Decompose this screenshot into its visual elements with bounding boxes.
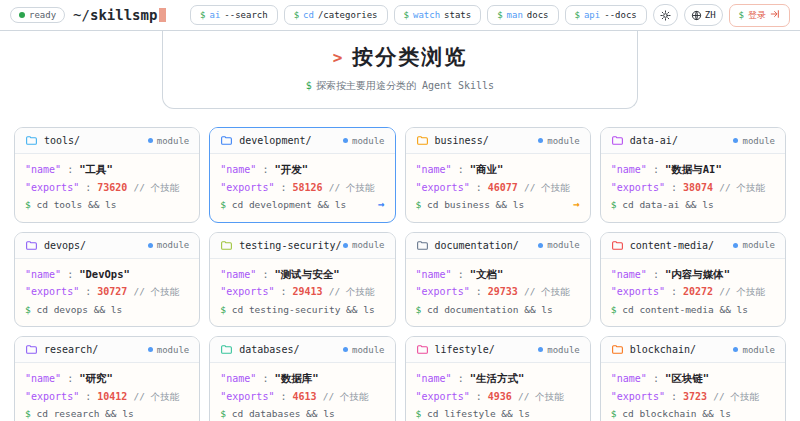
exports-comment: // 个技能 bbox=[329, 286, 375, 297]
exports-count: 58126 bbox=[293, 182, 323, 193]
category-dir-label: data-ai/ bbox=[630, 135, 678, 146]
exports-comment: // 个技能 bbox=[719, 182, 765, 193]
module-badge: module bbox=[343, 136, 385, 146]
exports-comment: // 个技能 bbox=[524, 182, 570, 193]
blue-dot-icon bbox=[733, 138, 738, 143]
name-key: "name" bbox=[220, 373, 256, 384]
category-card-testing-security[interactable]: testing-security/ module "name" : "测试与安全… bbox=[209, 232, 395, 328]
module-badge-label: module bbox=[742, 136, 775, 146]
exports-key: "exports" bbox=[611, 391, 665, 402]
shell-prompt: $ bbox=[220, 199, 226, 210]
module-badge: module bbox=[733, 136, 775, 146]
shell-prompt: $ bbox=[25, 199, 31, 210]
module-badge: module bbox=[148, 345, 190, 355]
shell-prompt: $ bbox=[416, 199, 422, 210]
exports-key: "exports" bbox=[25, 286, 79, 297]
login-button[interactable]: $ 登录 bbox=[729, 4, 790, 27]
blue-dot-icon bbox=[148, 138, 153, 143]
exports-comment: // 个技能 bbox=[719, 286, 765, 297]
shell-command: cd databases && ls bbox=[232, 408, 335, 419]
category-card-research[interactable]: research/ module "name" : "研究" "exports"… bbox=[14, 336, 200, 421]
folder-icon bbox=[25, 134, 38, 147]
exports-comment: // 个技能 bbox=[713, 391, 759, 402]
module-badge: module bbox=[343, 240, 385, 250]
shell-command: cd lifestyle && ls bbox=[427, 408, 530, 419]
hero-panel: > 按分类浏览 $探索按主要用途分类的 Agent Skills bbox=[162, 31, 638, 109]
nav-button-watch[interactable]: $ watch stats bbox=[394, 5, 482, 25]
exports-comment: // 个技能 bbox=[524, 286, 570, 297]
name-key: "name" bbox=[416, 373, 452, 384]
name-key: "name" bbox=[416, 269, 452, 280]
login-arrow-icon bbox=[770, 9, 780, 21]
category-card-tools[interactable]: tools/ module "name" : "工具" "exports" : … bbox=[14, 127, 200, 223]
brand-name: skillsmp bbox=[90, 7, 157, 23]
category-card-databases[interactable]: databases/ module "name" : "数据库" "export… bbox=[209, 336, 395, 421]
status-badge: ready bbox=[10, 7, 65, 23]
category-dir-label: development/ bbox=[239, 135, 311, 146]
top-nav: ready ~/skillsmp $ ai --search $ cd /cat… bbox=[0, 0, 800, 31]
hero-prompt: > bbox=[333, 48, 343, 67]
login-label: 登录 bbox=[748, 9, 766, 22]
nav-button-man[interactable]: $ man docs bbox=[487, 5, 558, 25]
category-dir-label: business/ bbox=[435, 135, 489, 146]
category-card-content-media[interactable]: content-media/ module "name" : "内容与媒体" "… bbox=[600, 232, 786, 328]
brand-home-link[interactable]: ~/skillsmp bbox=[73, 7, 166, 23]
category-card-development[interactable]: development/ module "name" : "开发" "expor… bbox=[209, 127, 395, 223]
category-card-documentation[interactable]: documentation/ module "name" : "文档" "exp… bbox=[405, 232, 591, 328]
module-badge-label: module bbox=[157, 136, 190, 146]
page-title: 按分类浏览 bbox=[352, 43, 467, 71]
folder-icon bbox=[220, 134, 233, 147]
exports-key: "exports" bbox=[416, 391, 470, 402]
sun-icon bbox=[660, 10, 671, 21]
name-key: "name" bbox=[611, 164, 647, 175]
category-name-value: "开发" bbox=[274, 163, 308, 175]
module-badge-label: module bbox=[157, 345, 190, 355]
shell-prompt: $ bbox=[220, 304, 226, 315]
shell-command: cd data-ai && ls bbox=[622, 199, 714, 210]
folder-icon bbox=[25, 239, 38, 252]
shell-command: cd blockchain && ls bbox=[622, 408, 731, 419]
nav-button-cd[interactable]: $ cd /categories bbox=[284, 5, 388, 25]
status-label: ready bbox=[29, 10, 56, 20]
shell-command: cd devops && ls bbox=[36, 304, 122, 315]
module-badge-label: module bbox=[742, 345, 775, 355]
folder-icon bbox=[611, 239, 624, 252]
go-arrow-icon: → bbox=[573, 196, 580, 214]
nav-button-api[interactable]: $ api --docs bbox=[565, 5, 647, 25]
shell-command: cd research && ls bbox=[36, 408, 133, 419]
exports-key: "exports" bbox=[220, 286, 274, 297]
cursor-block-icon bbox=[159, 8, 166, 22]
shell-prompt: $ bbox=[25, 304, 31, 315]
nav-button-ai[interactable]: $ ai --search bbox=[190, 5, 278, 25]
category-card-lifestyle[interactable]: lifestyle/ module "name" : "生活方式" "expor… bbox=[405, 336, 591, 421]
category-name-value: "内容与媒体" bbox=[665, 268, 730, 280]
folder-icon bbox=[611, 134, 624, 147]
exports-count: 3723 bbox=[683, 391, 707, 402]
category-card-devops[interactable]: devops/ module "name" : "DevOps" "export… bbox=[14, 232, 200, 328]
exports-comment: // 个技能 bbox=[133, 391, 179, 402]
module-badge: module bbox=[538, 345, 580, 355]
category-name-value: "商业" bbox=[470, 163, 504, 175]
exports-key: "exports" bbox=[611, 286, 665, 297]
module-badge: module bbox=[148, 136, 190, 146]
module-badge-label: module bbox=[352, 240, 385, 250]
exports-key: "exports" bbox=[416, 182, 470, 193]
folder-icon bbox=[416, 239, 429, 252]
category-name-value: "生活方式" bbox=[470, 372, 525, 384]
category-dir-label: research/ bbox=[44, 344, 98, 355]
module-badge: module bbox=[733, 345, 775, 355]
category-card-blockchain[interactable]: blockchain/ module "name" : "区块链" "expor… bbox=[600, 336, 786, 421]
shell-command: cd documentation && ls bbox=[427, 304, 553, 315]
hero-subtitle-prompt: $ bbox=[306, 80, 312, 91]
shell-prompt: $ bbox=[416, 408, 422, 419]
exports-key: "exports" bbox=[25, 391, 79, 402]
exports-count: 38074 bbox=[683, 182, 713, 193]
category-name-value: "测试与安全" bbox=[274, 268, 339, 280]
exports-count: 4936 bbox=[488, 391, 512, 402]
theme-toggle-button[interactable] bbox=[653, 4, 678, 26]
language-button[interactable]: ZH bbox=[684, 4, 723, 26]
category-card-business[interactable]: business/ module "name" : "商业" "exports"… bbox=[405, 127, 591, 223]
category-name-value: "文档" bbox=[470, 268, 504, 280]
blue-dot-icon bbox=[148, 243, 153, 248]
category-card-data-ai[interactable]: data-ai/ module "name" : "数据与AI" "export… bbox=[600, 127, 786, 223]
